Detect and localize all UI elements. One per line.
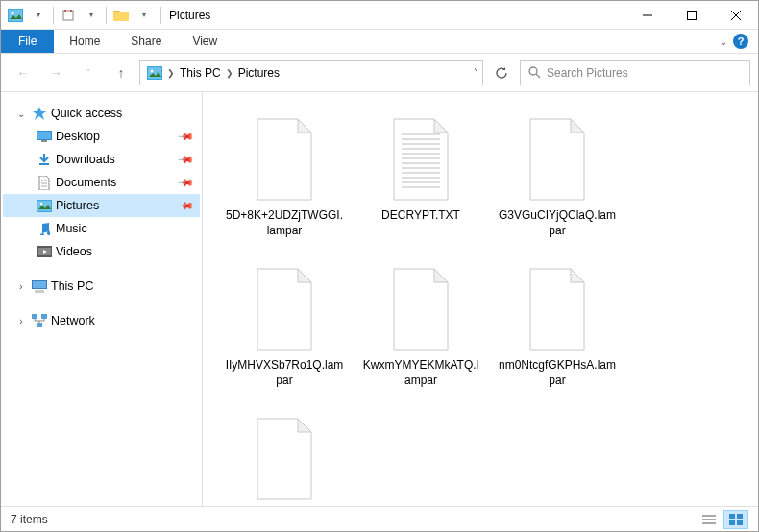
svg-point-11 (529, 67, 537, 75)
file-list[interactable]: 5D+8K+2UDZjTWGGI.lamparDECRYPT.TXTG3VGuC… (203, 92, 758, 506)
sidebar-item-videos[interactable]: Videos (3, 240, 200, 263)
chevron-right-icon[interactable]: ❯ (165, 68, 177, 78)
svg-rect-47 (737, 514, 743, 519)
chevron-down-icon[interactable]: ⌄ (14, 109, 28, 119)
file-item[interactable]: KwxmYMYEKMkATQ.lampar (358, 261, 483, 405)
file-tab[interactable]: File (1, 30, 54, 53)
minimize-button[interactable] (625, 1, 670, 30)
folder-icon (110, 5, 132, 26)
desktop-icon (36, 129, 53, 144)
chevron-right-icon[interactable]: › (14, 316, 28, 326)
address-box[interactable]: ❯ This PC ❯ Pictures ˅ (139, 60, 483, 85)
view-details-button[interactable] (697, 510, 722, 529)
refresh-button[interactable] (487, 60, 516, 86)
overflow-icon[interactable]: ▾ (134, 5, 155, 26)
pin-icon: 📌 (176, 150, 194, 168)
breadcrumb-current[interactable]: Pictures (235, 66, 282, 80)
file-item[interactable]: DECRYPT.TXT (358, 111, 483, 255)
ribbon-expand-icon[interactable]: ⌄ (720, 36, 727, 47)
explorer-window: ▾ ▾ ▾ Pictures File Home Share View ⌄ ? (0, 0, 759, 532)
file-name: G3VGuCIYjQClaQ.lampar (498, 207, 617, 238)
svg-rect-48 (729, 520, 735, 525)
svg-rect-9 (148, 67, 161, 79)
svg-rect-49 (737, 520, 743, 525)
blank-file-icon (521, 115, 594, 204)
view-thumbnails-button[interactable] (723, 510, 748, 529)
svg-rect-21 (37, 201, 51, 211)
file-name: DECRYPT.TXT (381, 207, 460, 223)
file-item[interactable]: G3VGuCIYjQClaQ.lampar (495, 111, 620, 255)
pictures-icon (36, 198, 53, 213)
back-button[interactable]: ← (9, 60, 37, 86)
ribbon: File Home Share View ⌄ ? (1, 30, 758, 54)
sidebar-item-documents[interactable]: Documents 📌 (3, 171, 200, 194)
svg-rect-30 (37, 323, 42, 327)
file-name: nm0NtcgfGKPHsA.lampar (498, 357, 617, 388)
file-item[interactable]: nm0NtcgfGKPHsA.lampar (495, 261, 620, 405)
file-item[interactable]: 5D+8K+2UDZjTWGGI.lampar (222, 111, 347, 255)
tab-view[interactable]: View (177, 30, 233, 53)
blank-file-icon (248, 115, 321, 204)
pin-icon: 📌 (176, 127, 194, 145)
help-icon[interactable]: ? (733, 34, 748, 49)
search-input[interactable]: Search Pictures (520, 60, 750, 85)
properties-icon[interactable] (58, 5, 79, 26)
sidebar-item-pictures[interactable]: Pictures 📌 (3, 194, 200, 217)
svg-point-10 (151, 69, 154, 72)
blank-file-icon (521, 265, 594, 353)
svg-line-12 (536, 74, 540, 78)
item-count: 7 items (11, 513, 48, 526)
text-file-icon (384, 115, 457, 204)
svg-rect-3 (63, 11, 73, 20)
tab-home[interactable]: Home (54, 30, 115, 53)
svg-rect-14 (37, 132, 51, 139)
svg-rect-28 (32, 314, 37, 319)
dropdown-icon[interactable]: ▾ (81, 5, 102, 26)
svg-point-2 (12, 12, 14, 14)
blank-file-icon (248, 415, 321, 503)
network-icon (31, 313, 48, 328)
sidebar-item-downloads[interactable]: Downloads 📌 (3, 148, 200, 171)
recent-locations-icon[interactable]: ˅ (74, 60, 103, 86)
svg-point-22 (40, 202, 43, 205)
forward-button[interactable]: → (41, 60, 70, 86)
music-icon (36, 221, 53, 236)
file-item[interactable]: sOc2wFG36u9lvA.lampar (222, 411, 347, 506)
sidebar-item-music[interactable]: Music (3, 217, 200, 240)
chevron-right-icon[interactable]: ❯ (224, 68, 235, 78)
blank-file-icon (384, 265, 457, 353)
file-name: 5D+8K+2UDZjTWGGI.lampar (225, 207, 344, 238)
sidebar-network[interactable]: › Network (3, 309, 200, 332)
quick-access-toolbar: ▾ ▾ ▾ (1, 5, 159, 26)
sidebar-quick-access[interactable]: ⌄ Quick access (3, 102, 200, 125)
breadcrumb-root[interactable]: This PC (177, 66, 224, 80)
svg-rect-29 (41, 314, 47, 319)
chevron-right-icon[interactable]: › (14, 281, 28, 292)
file-item[interactable]: IIyMHVXSb7Ro1Q.lampar (222, 261, 347, 405)
tab-share[interactable]: Share (115, 30, 177, 53)
documents-icon (36, 175, 53, 190)
statusbar: 7 items (1, 506, 758, 531)
address-dropdown-icon[interactable]: ˅ (474, 67, 478, 78)
svg-rect-15 (41, 140, 47, 142)
svg-rect-1 (9, 10, 22, 21)
svg-rect-5 (688, 11, 697, 19)
dropdown-icon[interactable]: ▾ (28, 5, 49, 26)
pictures-icon (144, 62, 165, 84)
pin-icon: 📌 (176, 196, 194, 214)
close-button[interactable] (714, 1, 758, 30)
pin-icon: 📌 (176, 173, 194, 191)
computer-icon (31, 278, 48, 294)
pictures-icon (5, 5, 26, 26)
up-button[interactable]: ↑ (107, 60, 135, 86)
sidebar-item-desktop[interactable]: Desktop 📌 (3, 125, 200, 148)
body: ⌄ Quick access Desktop 📌 Downloads 📌 Doc… (1, 92, 758, 506)
window-title: Pictures (169, 9, 210, 22)
blank-file-icon (248, 265, 321, 353)
search-icon (528, 66, 541, 79)
maximize-button[interactable] (670, 1, 714, 30)
sidebar-this-pc[interactable]: › This PC (3, 275, 200, 298)
titlebar: ▾ ▾ ▾ Pictures (1, 1, 758, 30)
file-name: KwxmYMYEKMkATQ.lampar (361, 357, 480, 388)
svg-rect-46 (729, 514, 735, 519)
